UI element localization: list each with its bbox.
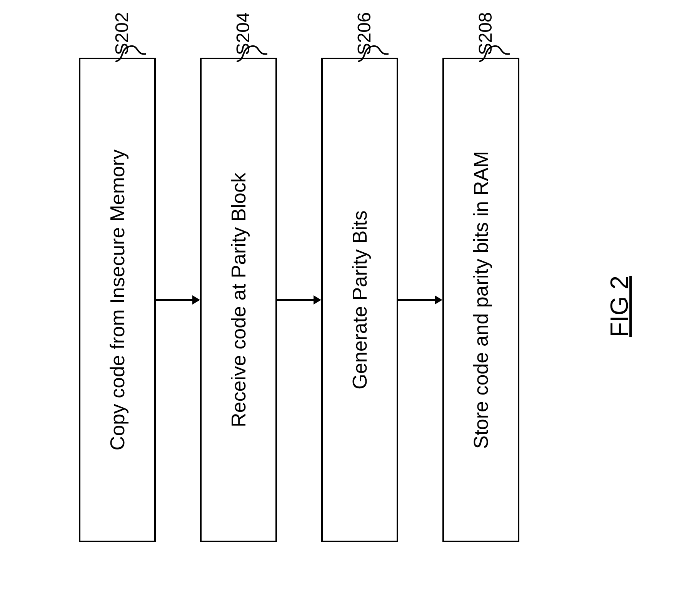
svg-marker-5 [435,295,442,305]
step-box-0: Copy code from Insecure Memory [79,58,156,542]
arrow-0-1 [156,292,200,308]
svg-marker-3 [314,295,321,305]
step-text-0: Copy code from Insecure Memory [106,149,129,450]
squiggle-0 [115,40,146,63]
step-box-3: Store code and parity bits in RAM [442,58,519,542]
svg-marker-1 [192,295,200,305]
arrow-2-3 [398,292,442,308]
arrow-1-2 [277,292,321,308]
flowchart-canvas: Copy code from Insecure Memory Receive c… [0,0,689,616]
step-text-3: Store code and parity bits in RAM [469,151,492,449]
squiggle-2 [358,40,389,63]
step-text-2: Generate Parity Bits [348,210,371,389]
step-box-2: Generate Parity Bits [321,58,398,542]
squiggle-3 [479,40,510,63]
step-box-1: Receive code at Parity Block [200,58,277,542]
step-text-1: Receive code at Parity Block [227,173,250,427]
squiggle-1 [237,40,267,63]
figure-label: FIG 2 [605,276,634,337]
